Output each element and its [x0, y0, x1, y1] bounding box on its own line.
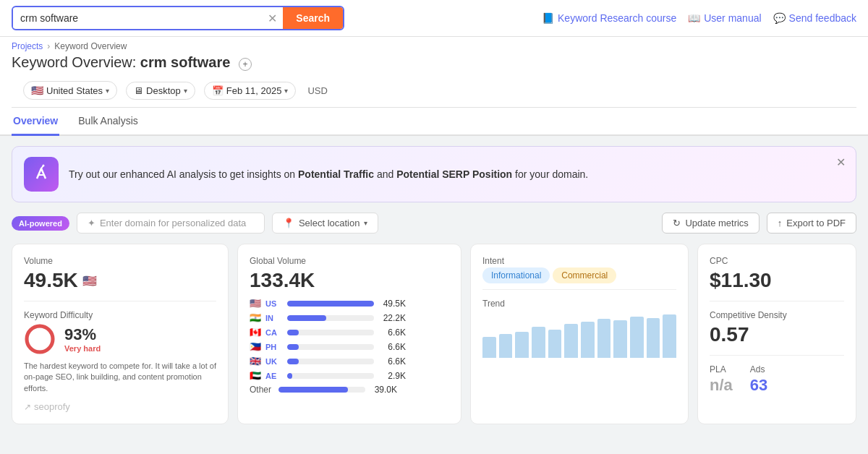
search-wrapper: ✕ Search [12, 6, 344, 30]
country-bar-container [287, 359, 374, 364]
export-pdf-button[interactable]: ↑ Export to PDF [767, 213, 856, 234]
trend-bar [581, 322, 595, 358]
volume-label: Volume [24, 256, 216, 266]
add-keyword-icon[interactable]: + [239, 58, 252, 71]
comp-density-value: 0.57 [710, 323, 844, 346]
location-select-button[interactable]: 📍 Select location ▾ [272, 213, 379, 234]
top-links: 📘 Keyword Research course 📖 User manual … [542, 12, 856, 24]
country-bar-fill [287, 330, 299, 335]
clear-button[interactable]: ✕ [262, 12, 283, 25]
card-divider [710, 355, 844, 356]
us-flag: 🇺🇸 [31, 85, 43, 96]
kd-difficulty-label: Very hard [64, 344, 101, 353]
kd-circle [24, 323, 56, 355]
feedback-link[interactable]: 💬 Send feedback [773, 12, 856, 24]
other-bar-fill [278, 387, 348, 393]
cards-grid: Volume 49.5K 🇺🇸 Keyword Difficulty 93% V… [12, 244, 856, 424]
trend-bar [663, 314, 676, 358]
calendar-icon: 📅 [212, 85, 224, 96]
title-prefix: Keyword Overview: [12, 54, 136, 70]
country-bar-container [287, 301, 374, 307]
breadcrumb-sep: › [47, 41, 50, 51]
card-divider [710, 301, 844, 301]
country-flag: 🇦🇪 [250, 370, 261, 381]
ai-banner-text: Try out our enhanced AI analysis to get … [69, 168, 844, 180]
trend-bar [630, 317, 644, 358]
ads-label: Ads [750, 364, 767, 374]
country-code: AE [265, 372, 283, 380]
close-banner-button[interactable]: ✕ [836, 155, 846, 169]
update-metrics-button[interactable]: ↻ Update metrics [662, 213, 759, 234]
country-flag: 🇵🇭 [250, 341, 261, 352]
ai-banner: Try out our enhanced AI analysis to get … [12, 146, 856, 202]
intent-badges: Informational Commercial [482, 269, 676, 280]
country-flag: 🇺🇸 [250, 298, 261, 309]
svg-point-2 [27, 326, 53, 352]
country-bar-fill [287, 315, 326, 321]
trend-bar [647, 318, 660, 358]
date-label: Feb 11, 2025 [226, 85, 282, 96]
page-title: Keyword Overview: crm software + [12, 54, 252, 71]
trend-bars [482, 314, 676, 358]
trend-label: Trend [482, 299, 676, 309]
header-row: Keyword Overview: crm software + [12, 54, 856, 77]
tabs-bar: Overview Bulk Analysis [0, 108, 868, 136]
manual-link[interactable]: 📖 User manual [688, 12, 761, 24]
country-bar-container [287, 344, 374, 350]
trend-bar [548, 330, 562, 358]
chevron-down-icon: ▾ [364, 219, 367, 227]
country-bar-container [287, 373, 374, 379]
country-bar-container [287, 315, 374, 321]
trend-section: Trend [482, 299, 676, 358]
country-row: 🇵🇭 PH 6.6K [250, 341, 449, 352]
country-code: PH [265, 343, 283, 351]
feedback-icon: 💬 [773, 12, 786, 24]
intent-label: Intent [482, 256, 676, 266]
cpc-value: $11.30 [710, 269, 844, 292]
cpc-label: CPC [710, 256, 844, 266]
top-bar: ✕ Search 📘 Keyword Research course 📖 Use… [0, 0, 868, 37]
country-row: 🇦🇪 AE 2.9K [250, 370, 449, 381]
global-volume-value: 133.4K [250, 269, 449, 292]
location-placeholder-text: Select location [299, 218, 360, 228]
country-value: 22.2K [378, 313, 406, 323]
projects-link[interactable]: Projects [12, 41, 43, 51]
us-flag-small: 🇺🇸 [82, 274, 97, 288]
pla-value: n/a [710, 376, 733, 395]
trend-bar [515, 332, 529, 358]
other-bar-container [278, 387, 365, 393]
trend-bar [597, 319, 611, 358]
tab-bulk-analysis[interactable]: Bulk Analysis [77, 108, 139, 136]
device-filter[interactable]: 🖥 Desktop ▾ [126, 82, 195, 100]
sparkle-icon: ✦ [88, 218, 95, 228]
country-value: 6.6K [378, 342, 406, 352]
course-link[interactable]: 📘 Keyword Research course [542, 12, 676, 24]
country-code: CA [265, 328, 283, 337]
ai-powered-badge: AI-powered [12, 216, 69, 231]
search-input[interactable] [13, 8, 262, 28]
country-filter[interactable]: 🇺🇸 United States ▾ [23, 81, 117, 100]
tab-overview[interactable]: Overview [12, 108, 59, 136]
country-bar-container [287, 330, 374, 335]
global-volume-card: Global Volume 133.4K 🇺🇸 US 49.5K 🇮🇳 IN 2… [237, 244, 461, 424]
global-volume-label: Global Volume [250, 256, 449, 266]
update-metrics-label: Update metrics [685, 218, 748, 228]
breadcrumb-current: Keyword Overview [54, 41, 127, 51]
currency-label: USD [307, 85, 327, 96]
export-icon: ↑ [778, 218, 783, 228]
keyword-name: crm software [140, 54, 231, 70]
country-bar-fill [287, 373, 292, 379]
kd-row: 93% Very hard [24, 323, 216, 355]
chevron-down-icon: ▾ [284, 87, 288, 95]
refresh-icon: ↻ [673, 218, 681, 228]
main-content: Try out our enhanced AI analysis to get … [0, 136, 868, 434]
pla-section: PLA n/a [710, 364, 733, 395]
card-divider [24, 301, 216, 301]
domain-input-button[interactable]: ✦ Enter domain for personalized data [77, 213, 265, 234]
search-button[interactable]: Search [283, 7, 343, 29]
date-filter[interactable]: 📅 Feb 11, 2025 ▾ [204, 82, 297, 100]
location-icon: 📍 [283, 218, 294, 228]
badge-commercial: Commercial [553, 267, 616, 283]
country-value: 49.5K [378, 299, 406, 309]
country-list: 🇺🇸 US 49.5K 🇮🇳 IN 22.2K 🇨🇦 CA [250, 298, 449, 395]
